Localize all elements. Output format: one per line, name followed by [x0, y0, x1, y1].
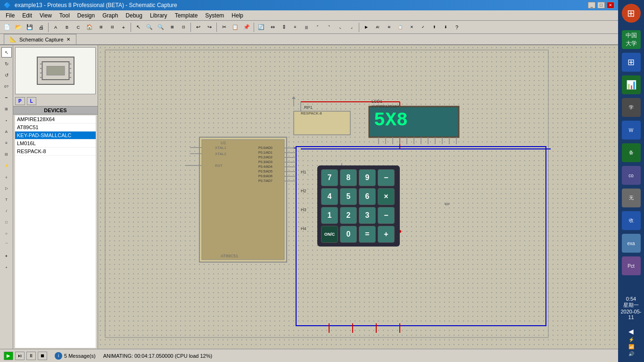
tool-annotate[interactable]: A!: [372, 22, 383, 33]
tool-help[interactable]: ?: [452, 22, 462, 33]
devices-filter-p[interactable]: P: [15, 97, 25, 105]
device-item-3[interactable]: LM016L: [15, 140, 96, 148]
box-tool[interactable]: □: [1, 217, 12, 227]
zoom-area[interactable]: ⊡: [178, 22, 189, 33]
pointer-tool[interactable]: ↖: [133, 22, 143, 33]
port-tool[interactable]: ▷: [1, 183, 12, 193]
tool-e[interactable]: ⊞: [96, 22, 106, 33]
device-item-0[interactable]: AMPIRE128X64: [15, 115, 96, 123]
rotate-cw[interactable]: ↻: [1, 58, 12, 69]
align-bl[interactable]: ⌞: [335, 22, 346, 33]
schematic-canvas-area[interactable]: H1 H2 H3 H4 A B C D: [98, 45, 618, 349]
align-br[interactable]: ⌟: [347, 22, 357, 33]
key-9[interactable]: 9: [359, 169, 376, 186]
play-button[interactable]: ▶: [4, 352, 13, 360]
copy-button[interactable]: 📋: [230, 22, 240, 33]
rotate-button[interactable]: 🔄: [256, 22, 266, 33]
menu-template[interactable]: Template: [171, 11, 202, 20]
align-v[interactable]: |||: [301, 22, 312, 33]
tray-volume[interactable]: 🔊: [628, 351, 634, 356]
mirror-button[interactable]: ⇔: [267, 22, 278, 33]
circle-tool[interactable]: ○: [1, 228, 12, 239]
devices-filter-l[interactable]: L: [27, 97, 36, 105]
key-1[interactable]: 1: [321, 207, 338, 224]
win-app-exa[interactable]: exa: [622, 234, 641, 253]
tool-bom[interactable]: 📋: [395, 22, 405, 33]
zoom-in-button[interactable]: 🔍: [144, 22, 155, 33]
tray-network[interactable]: 📶: [628, 344, 634, 349]
wire-tool[interactable]: ━: [1, 92, 12, 103]
redo-button[interactable]: ↪: [204, 22, 215, 33]
line-tool[interactable]: /: [1, 206, 12, 216]
win-app-outlook[interactable]: 收: [622, 211, 641, 230]
menu-graph[interactable]: Graph: [99, 11, 122, 20]
align-tr[interactable]: ⌝: [324, 22, 334, 33]
win-app-excel2[interactable]: 备: [622, 143, 641, 162]
menu-file[interactable]: File: [2, 11, 18, 20]
key-8[interactable]: 8: [340, 169, 357, 186]
rotate-ccw[interactable]: ↺: [1, 70, 12, 80]
open-button[interactable]: 📂: [13, 22, 24, 33]
arc-tool[interactable]: ⌒: [1, 239, 12, 250]
tool-export[interactable]: ⬆: [429, 22, 439, 33]
menu-help[interactable]: Help: [228, 11, 247, 20]
win-app-co[interactable]: co: [622, 166, 641, 185]
select-tool[interactable]: ↖: [1, 47, 12, 58]
win-app-grid[interactable]: ⊞: [622, 53, 641, 72]
label-tool[interactable]: A: [1, 126, 12, 137]
close-button[interactable]: ✕: [607, 2, 614, 8]
key-2[interactable]: 2: [340, 207, 357, 224]
zoom-out-button[interactable]: 🔍: [156, 22, 166, 33]
key-minus2[interactable]: −: [378, 207, 395, 224]
tool-check[interactable]: ✓: [418, 22, 428, 33]
tool-import[interactable]: ⬇: [440, 22, 451, 33]
menu-tool[interactable]: Tool: [56, 11, 74, 20]
key-minus[interactable]: −: [378, 169, 395, 186]
schematic-tab[interactable]: 📐 Schematic Capture ✕: [4, 34, 76, 44]
menu-system[interactable]: System: [201, 11, 228, 20]
win-app-excel[interactable]: 📊: [622, 75, 641, 94]
key-0[interactable]: 0: [340, 226, 357, 243]
key-7[interactable]: 7: [321, 169, 338, 186]
print-button[interactable]: 🖨: [36, 22, 46, 33]
menu-view[interactable]: View: [36, 11, 56, 20]
tray-power[interactable]: ⚡: [628, 337, 634, 342]
menu-library[interactable]: Library: [146, 11, 171, 20]
maximize-button[interactable]: □: [597, 2, 605, 8]
menu-design[interactable]: Design: [74, 11, 99, 20]
zoom-fit[interactable]: ⊠: [167, 22, 177, 33]
bus-tool[interactable]: ≡: [1, 138, 12, 148]
ground-tool[interactable]: ⏚: [1, 172, 12, 182]
minimize-button[interactable]: _: [588, 2, 595, 8]
stop-button[interactable]: ⏹: [38, 352, 47, 360]
win-app-mooc[interactable]: 中国大学: [622, 30, 641, 49]
tool-netlist[interactable]: ≋: [384, 22, 394, 33]
tool-c[interactable]: C: [73, 22, 83, 33]
device-item-2[interactable]: KEY-PAD-SMALLCALC: [15, 132, 96, 140]
tool-f[interactable]: ⊟: [107, 22, 117, 33]
flip-button[interactable]: ⇕: [279, 22, 289, 33]
tool-d[interactable]: 🏠: [84, 22, 95, 33]
key-3[interactable]: 3: [359, 207, 376, 224]
device-item-1[interactable]: AT89C51: [15, 123, 96, 132]
tool-g[interactable]: +: [118, 22, 129, 33]
tool-b[interactable]: B: [62, 22, 72, 33]
key-plus[interactable]: +: [378, 226, 395, 243]
text-tool[interactable]: T: [1, 194, 12, 205]
step-play-button[interactable]: ⏯: [15, 352, 25, 360]
mirror-lr[interactable]: 0?: [1, 81, 12, 91]
win-app-wu[interactable]: 无: [622, 189, 641, 207]
align-tl[interactable]: ⌜: [313, 22, 323, 33]
tool-x[interactable]: ✕: [406, 22, 417, 33]
junction-tool[interactable]: •: [1, 115, 12, 125]
key-equals[interactable]: =: [359, 226, 376, 243]
cut-button[interactable]: ✂: [219, 22, 229, 33]
component-tool[interactable]: ⊞: [1, 104, 12, 114]
undo-button[interactable]: ↩: [193, 22, 203, 33]
key-6[interactable]: 6: [359, 188, 376, 205]
device-item-4[interactable]: RESPACK-8: [15, 148, 96, 156]
key-times[interactable]: ×: [378, 188, 395, 205]
pause-button[interactable]: ⏸: [26, 352, 36, 360]
tray-chevron-left[interactable]: ◀: [628, 328, 634, 335]
windows-logo[interactable]: ⊞: [622, 4, 641, 23]
